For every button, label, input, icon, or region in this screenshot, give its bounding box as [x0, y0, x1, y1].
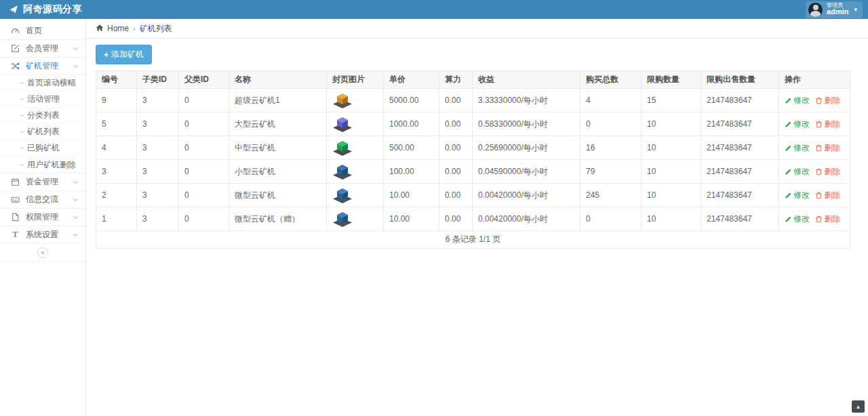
cell-limit-sell: 2147483647: [701, 112, 779, 136]
chevron-down-icon: [73, 231, 78, 236]
dash-icon: [20, 131, 24, 132]
delete-link[interactable]: 删除: [815, 166, 840, 178]
sidebar-item-label: 信息交流: [26, 194, 58, 205]
cell-actions: 修改 删除: [779, 112, 850, 136]
pencil-icon: [785, 97, 792, 104]
column-header: 操作: [779, 71, 850, 89]
sidebar-item-label: 权限管理: [26, 211, 58, 223]
user-name: admin: [827, 8, 848, 16]
sidebar-item-label: 矿机管理: [26, 60, 58, 72]
subitem-label: 已购矿机: [27, 142, 60, 154]
cell-income: 0.00420000/每小时: [473, 184, 580, 207]
sidebar-item-messages[interactable]: 信息交流: [0, 191, 85, 209]
cell-id: 1: [96, 207, 137, 231]
cell-image: [327, 136, 384, 160]
cell-price: 10.00: [384, 207, 439, 231]
cell-actions: 修改 删除: [779, 207, 850, 231]
user-menu[interactable]: 管理员 admin ▾: [806, 1, 863, 18]
back-to-top-button[interactable]: ▲: [852, 400, 865, 413]
cell-sub-id: 3: [137, 184, 179, 207]
edit-label: 修改: [793, 95, 810, 106]
cell-bought: 0: [580, 207, 642, 231]
cell-limit-sell: 2147483647: [701, 207, 779, 231]
cell-parent-id: 0: [179, 112, 229, 136]
column-header: 名称: [229, 71, 327, 89]
edit-link[interactable]: 修改: [785, 95, 810, 106]
miner-image: [332, 210, 353, 228]
sidebar-item-funds[interactable]: 资金管理: [0, 173, 85, 191]
pencil-icon: [785, 121, 792, 128]
subitem-label: 用户矿机删除: [27, 159, 76, 171]
sidebar-subitem-purchased[interactable]: 已购矿机: [0, 140, 85, 157]
cell-id: 3: [96, 160, 137, 184]
sidebar-subitem-user-miner-delete[interactable]: 用户矿机删除: [0, 157, 85, 173]
cell-power: 0.00: [439, 207, 473, 231]
cell-income: 0.04590000/每小时: [473, 160, 580, 184]
cell-power: 0.00: [439, 184, 473, 207]
column-header: 限购出售数量: [701, 71, 779, 89]
cell-limit-buy: 10: [642, 136, 701, 160]
delete-label: 删除: [824, 166, 840, 178]
sidebar-subitem-categories[interactable]: 分类列表: [0, 108, 85, 124]
chevron-down-icon: ▾: [854, 6, 857, 13]
cell-bought: 245: [580, 184, 642, 207]
sidebar-collapse-button[interactable]: «: [37, 247, 48, 258]
sidebar-item-label: 资金管理: [26, 176, 58, 188]
delete-link[interactable]: 删除: [815, 213, 840, 225]
sidebar-item-permissions[interactable]: 权限管理: [0, 209, 85, 226]
miner-image: [332, 139, 353, 157]
sidebar-item-miners[interactable]: 矿机管理: [0, 58, 85, 75]
cell-actions: 修改 删除: [779, 184, 850, 207]
edit-link[interactable]: 修改: [785, 166, 810, 178]
cell-limit-buy: 10: [642, 112, 701, 136]
edit-icon: [11, 44, 20, 53]
breadcrumb-home-label: Home: [107, 24, 129, 33]
miner-image: [332, 91, 353, 109]
sidebar-item-home[interactable]: 首页: [0, 22, 85, 40]
sidebar-collapse-row: «: [0, 244, 85, 262]
sidebar-item-label: 会员管理: [26, 43, 58, 54]
subitem-label: 活动管理: [27, 93, 60, 105]
delete-label: 删除: [824, 119, 840, 130]
delete-label: 删除: [824, 142, 840, 154]
cell-name: 微型云矿机（赠）: [229, 207, 327, 231]
edit-link[interactable]: 修改: [785, 142, 810, 154]
sidebar-item-settings[interactable]: T 系统设置: [0, 226, 85, 244]
delete-link[interactable]: 删除: [815, 142, 840, 154]
table-footer-row: 6 条记录 1/1 页: [96, 231, 850, 249]
breadcrumb-separator: ›: [133, 24, 136, 33]
add-miner-button[interactable]: + 添加矿机: [96, 45, 152, 64]
delete-link[interactable]: 删除: [815, 119, 840, 130]
cell-bought: 79: [580, 160, 642, 184]
cell-income: 3.33330000/每小时: [473, 89, 580, 112]
sidebar-item-members[interactable]: 会员管理: [0, 40, 85, 58]
cell-name: 大型云矿机: [229, 112, 327, 136]
delete-link[interactable]: 删除: [815, 190, 840, 201]
column-header: 收益: [473, 71, 580, 89]
sidebar-subitem-activity[interactable]: 活动管理: [0, 91, 85, 108]
cell-limit-buy: 15: [642, 89, 701, 112]
cell-limit-buy: 10: [642, 160, 701, 184]
column-header: 单价: [384, 71, 439, 89]
column-header: 限购数量: [642, 71, 701, 89]
delete-label: 删除: [824, 190, 840, 201]
dash-icon: [20, 148, 24, 148]
sidebar-subitem-banner[interactable]: 首页滚动横幅: [0, 75, 85, 91]
edit-link[interactable]: 修改: [785, 119, 810, 130]
breadcrumb-home-link[interactable]: Home: [96, 24, 129, 34]
edit-link[interactable]: 修改: [785, 213, 810, 225]
sidebar: 首页 会员管理 矿机管理 首页滚动横幅 活动管理 分类列表 矿机列表 已购矿机 …: [0, 19, 86, 416]
trash-icon: [815, 215, 823, 223]
delete-link[interactable]: 删除: [815, 95, 840, 106]
cell-price: 5000.00: [384, 89, 439, 112]
cell-sub-id: 3: [137, 136, 179, 160]
table-row: 5 3 0 大型云矿机 1000.00 0.00 0.58330: [96, 112, 850, 136]
edit-label: 修改: [793, 166, 810, 178]
cell-limit-sell: 2147483647: [701, 136, 779, 160]
sidebar-subitem-miner-list[interactable]: 矿机列表: [0, 124, 85, 140]
edit-link[interactable]: 修改: [785, 190, 810, 201]
brand[interactable]: 阿奇源码分享: [9, 3, 82, 16]
pencil-icon: [785, 192, 792, 199]
delete-label: 删除: [824, 95, 840, 106]
cell-image: [327, 89, 384, 112]
